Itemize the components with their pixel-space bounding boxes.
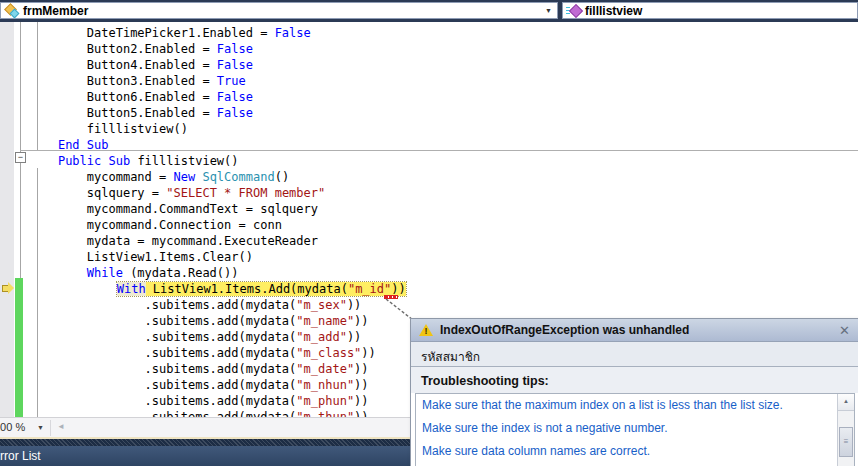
exception-title: IndexOutOfRangeException was unhandled: [440, 323, 689, 337]
scroll-left-icon[interactable]: ◄: [57, 422, 65, 431]
close-icon[interactable]: ✕: [839, 324, 850, 337]
class-icon: [4, 4, 18, 17]
code-line: DateTimePicker1.Enabled = False: [29, 25, 858, 41]
troubleshooting-tips-label: Troubleshooting tips:: [411, 367, 858, 393]
code-line: mycommand.CommandText = sqlquery: [29, 201, 858, 217]
scroll-up-icon[interactable]: ▲: [838, 394, 854, 411]
tip-link[interactable]: Make sure the index is not a negative nu…: [416, 417, 836, 440]
code-line: .subitems.add(mydata("m_sex")): [29, 297, 858, 313]
tips-scrollbar[interactable]: ▲ ≡: [837, 394, 854, 466]
current-statement-highlight: With ListView1.Items.Add(mydata("m_id")): [116, 281, 407, 297]
code-line: While (mydata.Read()): [29, 265, 858, 281]
method-icon: [566, 4, 580, 17]
warning-icon: !: [419, 324, 433, 336]
scrollbar-thumb[interactable]: ≡: [839, 427, 853, 457]
code-line: End Sub: [29, 137, 858, 153]
tip-link[interactable]: Make sure that the maximum index on a li…: [416, 394, 836, 417]
code-line: Button2.Enabled = False: [29, 41, 858, 57]
code-line: mycommand.Connection = conn: [29, 217, 858, 233]
code-line: Button4.Enabled = False: [29, 57, 858, 73]
code-line: ListView1.Items.Clear(): [29, 249, 858, 265]
editor-bottom-bar: 100 % ▼ ◄: [0, 417, 410, 437]
code-line: Button5.Enabled = False: [29, 105, 858, 121]
code-line: sqlquery = "SELECT * FROM member": [29, 185, 858, 201]
class-dropdown-value: frmMember: [23, 4, 88, 18]
code-line: Button3.Enabled = True: [29, 73, 858, 89]
divider: [50, 420, 51, 436]
code-line: With ListView1.Items.Add(mydata("m_id")): [29, 281, 858, 297]
code-line: mydata = mycommand.ExecuteReader: [29, 233, 858, 249]
zoom-level-select[interactable]: 100 %: [0, 421, 25, 433]
code-line: mycommand = New SqlCommand(): [29, 169, 858, 185]
method-dropdown-value: filllistview: [585, 4, 642, 18]
class-dropdown[interactable]: frmMember ▼: [0, 2, 558, 19]
code-line: filllistview(): [29, 121, 858, 137]
navigation-bar: frmMember ▼ filllistview: [0, 0, 858, 22]
exception-popup-header: ! IndexOutOfRangeException was unhandled…: [411, 319, 858, 342]
error-list-title: Error List: [0, 446, 41, 466]
vs-editor-window: frmMember ▼ filllistview − DateTimePicke…: [0, 0, 858, 466]
troubleshooting-tips-list: Make sure that the maximum index on a li…: [415, 393, 855, 466]
code-line: Button6.Enabled = False: [29, 89, 858, 105]
tip-link[interactable]: Make sure data column names are correct.: [416, 440, 836, 463]
exception-message: รหัสสมาชิก: [411, 342, 858, 367]
error-list-panel: Error List: [0, 437, 410, 466]
panel-grip-texture[interactable]: [0, 439, 410, 446]
exception-popup: ! IndexOutOfRangeException was unhandled…: [410, 318, 858, 466]
chevron-down-icon[interactable]: ▼: [545, 7, 552, 14]
method-dropdown[interactable]: filllistview: [562, 2, 858, 19]
error-list-titlebar[interactable]: Error List: [0, 446, 410, 466]
chevron-down-icon[interactable]: ▼: [37, 424, 44, 431]
code-line: Public Sub filllistview(): [29, 153, 858, 169]
